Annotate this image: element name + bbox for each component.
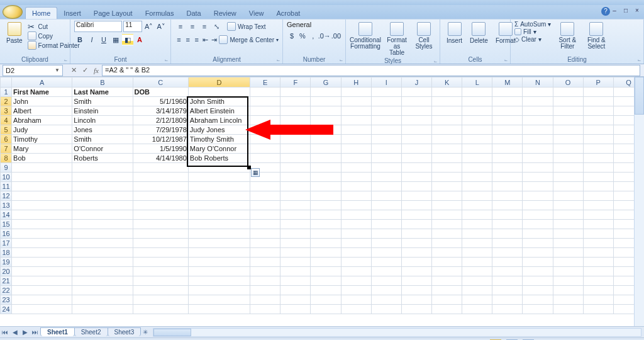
cell-G7[interactable] — [311, 144, 341, 154]
help-icon[interactable]: ? — [601, 7, 610, 16]
cell-J9[interactable] — [401, 163, 431, 173]
sheet-nav-first[interactable]: ⏮ — [0, 329, 10, 336]
cell-B4[interactable]: Lincoln — [72, 116, 133, 125]
cell-N14[interactable] — [523, 210, 553, 220]
row-header-3[interactable]: 3 — [1, 106, 12, 116]
cell-E13[interactable] — [250, 201, 280, 210]
cell-B1[interactable]: Last Name — [72, 88, 133, 97]
col-header-F[interactable]: F — [280, 77, 311, 88]
cell-N13[interactable] — [523, 201, 553, 210]
cell-L10[interactable] — [462, 173, 492, 182]
cell-B24[interactable] — [72, 305, 133, 314]
cell-A5[interactable]: Judy — [12, 125, 72, 135]
cell-E14[interactable] — [250, 210, 280, 220]
cell-M6[interactable] — [492, 135, 523, 144]
cell-H5[interactable] — [341, 125, 371, 135]
row-header-9[interactable]: 9 — [1, 163, 12, 173]
cell-M24[interactable] — [492, 305, 523, 314]
format-as-table-button[interactable]: Format as Table — [384, 21, 410, 57]
cell-H12[interactable] — [341, 191, 371, 201]
cell-O4[interactable] — [553, 116, 583, 125]
cell-C23[interactable] — [133, 295, 188, 305]
autofill-options-icon[interactable]: ▦ — [251, 168, 260, 177]
cell-M14[interactable] — [492, 210, 523, 220]
cell-N4[interactable] — [523, 116, 553, 125]
cell-J12[interactable] — [401, 191, 431, 201]
cell-I1[interactable] — [371, 88, 401, 97]
italic-button[interactable]: I — [86, 34, 97, 45]
cell-G17[interactable] — [311, 239, 341, 248]
cell-B7[interactable]: O'Connor — [72, 144, 133, 154]
enter-formula-button[interactable]: ✓ — [79, 66, 91, 74]
row-header-7[interactable]: 7 — [1, 144, 12, 154]
new-sheet-button[interactable]: ✳ — [140, 329, 150, 336]
cell-G10[interactable] — [311, 173, 341, 182]
cell-H13[interactable] — [341, 201, 371, 210]
cell-N1[interactable] — [523, 88, 553, 97]
cell-P23[interactable] — [583, 295, 613, 305]
col-header-L[interactable]: L — [462, 77, 492, 88]
cell-O19[interactable] — [553, 258, 583, 267]
cell-E6[interactable] — [250, 135, 280, 144]
cell-P17[interactable] — [583, 239, 613, 248]
cell-L4[interactable] — [462, 116, 492, 125]
cell-L1[interactable] — [462, 88, 492, 97]
cell-I18[interactable] — [371, 248, 401, 258]
cell-K18[interactable] — [431, 248, 462, 258]
cell-L24[interactable] — [462, 305, 492, 314]
cell-H4[interactable] — [341, 116, 371, 125]
cell-N11[interactable] — [523, 182, 553, 191]
cell-I13[interactable] — [371, 201, 401, 210]
cell-O1[interactable] — [553, 88, 583, 97]
cell-D3[interactable]: Albert Einstein — [188, 106, 250, 116]
cell-A18[interactable] — [12, 248, 72, 258]
cell-K5[interactable] — [431, 125, 462, 135]
cell-C3[interactable]: 3/14/1879 — [133, 106, 188, 116]
dec-decimal-button[interactable]: .00 — [331, 30, 341, 42]
cell-B9[interactable] — [72, 163, 133, 173]
cell-G20[interactable] — [311, 267, 341, 276]
cell-C6[interactable]: 10/12/1987 — [133, 135, 188, 144]
col-header-P[interactable]: P — [583, 77, 613, 88]
cell-F18[interactable] — [280, 248, 311, 258]
cell-E16[interactable] — [250, 229, 280, 239]
cell-F21[interactable] — [280, 276, 311, 286]
row-header-2[interactable]: 2 — [1, 97, 12, 106]
cell-M11[interactable] — [492, 182, 523, 191]
cell-J24[interactable] — [401, 305, 431, 314]
cell-I15[interactable] — [371, 220, 401, 229]
cell-E23[interactable] — [250, 295, 280, 305]
cell-G24[interactable] — [311, 305, 341, 314]
cell-P10[interactable] — [583, 173, 613, 182]
cell-N6[interactable] — [523, 135, 553, 144]
cell-D10[interactable] — [188, 173, 250, 182]
cell-A12[interactable] — [12, 191, 72, 201]
cell-P18[interactable] — [583, 248, 613, 258]
cell-B15[interactable] — [72, 220, 133, 229]
cell-E3[interactable] — [250, 106, 280, 116]
cell-K15[interactable] — [431, 220, 462, 229]
cell-K19[interactable] — [431, 258, 462, 267]
cell-A8[interactable]: Bob — [12, 154, 72, 163]
cell-N22[interactable] — [523, 286, 553, 295]
cell-A17[interactable] — [12, 239, 72, 248]
cell-A2[interactable]: John — [12, 97, 72, 106]
conditional-formatting-button[interactable]: Conditional Formatting — [350, 21, 381, 57]
cell-H24[interactable] — [341, 305, 371, 314]
cell-F7[interactable] — [280, 144, 311, 154]
cell-D4[interactable]: Abraham Lincoln — [188, 116, 250, 125]
cell-C24[interactable] — [133, 305, 188, 314]
row-header-17[interactable]: 17 — [1, 239, 12, 248]
cell-K21[interactable] — [431, 276, 462, 286]
cell-D7[interactable]: Mary O'Connor — [188, 144, 250, 154]
cell-P19[interactable] — [583, 258, 613, 267]
find-select-button[interactable]: Find & Select — [584, 21, 609, 51]
cell-D16[interactable] — [188, 229, 250, 239]
row-header-19[interactable]: 19 — [1, 258, 12, 267]
cell-L13[interactable] — [462, 201, 492, 210]
cell-N20[interactable] — [523, 267, 553, 276]
cell-K7[interactable] — [431, 144, 462, 154]
cell-A19[interactable] — [12, 258, 72, 267]
cell-H22[interactable] — [341, 286, 371, 295]
cell-C20[interactable] — [133, 267, 188, 276]
